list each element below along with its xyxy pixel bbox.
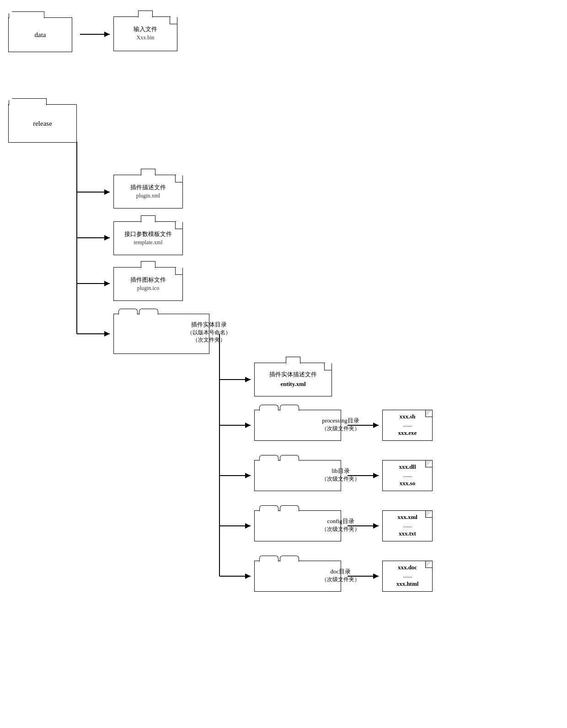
template-xml-title: 接口参数模板文件 <box>114 230 182 238</box>
processing-file-line2: ...... <box>383 421 432 428</box>
input-file-subtitle: Xxx.bin <box>114 34 177 41</box>
config-dir-line2: （次级文件夹） <box>298 525 384 533</box>
processing-dir-line2: （次级文件夹） <box>298 425 384 433</box>
processing-dir-line1: processing目录 <box>298 417 384 425</box>
processing-file-line3: xxx.exe <box>383 429 432 437</box>
plugin-xml-box: 插件描述文件 plugin.xml <box>113 175 183 209</box>
processing-dir-box: processing目录 （次级文件夹） <box>254 410 341 441</box>
template-xml-subtitle: template.xml <box>114 239 182 246</box>
entity-dir-box: 插件实体目录 （以版本号命名） （次文件夹） <box>113 314 209 354</box>
lib-dir-box: lib目录 （次级文件夹） <box>254 460 341 491</box>
template-xml-box: 接口参数模板文件 template.xml <box>113 221 183 255</box>
doc-dir-box: doc目录 （次级文件夹） <box>254 561 341 592</box>
doc-file-line3: xxx.html <box>383 580 432 588</box>
data-folder: data <box>8 17 72 52</box>
doc-files-box: xxx.doc ...... xxx.html <box>382 561 433 592</box>
processing-files-box: xxx.sh ...... xxx.exe <box>382 410 433 441</box>
plugin-xml-subtitle: plugin.xml <box>114 193 182 199</box>
plugin-xml-corner <box>175 175 182 182</box>
doc-file-line1: xxx.doc <box>383 564 432 571</box>
plugin-ico-box: 插件图标文件 plugin.ico <box>113 267 183 301</box>
input-file-title: 输入文件 <box>114 25 177 33</box>
entity-xml-subtitle: entity.xml <box>255 380 332 388</box>
config-dir-line1: config目录 <box>298 517 384 525</box>
lib-file-line3: xxx.so <box>383 480 432 487</box>
config-file-line2: ...... <box>383 522 432 529</box>
lib-files-box: xxx.dll ...... xxx.so <box>382 460 433 491</box>
data-folder-label: data <box>9 31 72 39</box>
lib-dir-line2: （次级文件夹） <box>298 475 384 483</box>
release-folder: release <box>8 104 77 143</box>
template-xml-corner <box>175 222 182 229</box>
doc-dir-line2: （次级文件夹） <box>298 576 384 583</box>
config-file-line3: xxx.txt <box>383 530 432 537</box>
doc-dir-line1: doc目录 <box>298 567 384 576</box>
input-file-box: 输入文件 Xxx.bin <box>113 16 177 51</box>
lib-file-line1: xxx.dll <box>383 463 432 471</box>
entity-xml-corner <box>324 363 332 370</box>
lib-file-line2: ...... <box>383 471 432 479</box>
plugin-ico-title: 插件图标文件 <box>114 276 182 284</box>
doc-file-line2: ...... <box>383 572 432 579</box>
config-files-box: xxx.xml ...... xxx.txt <box>382 510 433 541</box>
diagram: data 输入文件 Xxx.bin release 插件描述文件 plugin.… <box>0 0 567 728</box>
plugin-xml-title: 插件描述文件 <box>114 183 182 192</box>
entity-dir-line3: （次文件夹） <box>161 336 257 344</box>
input-file-corner <box>170 17 177 24</box>
processing-file-line1: xxx.sh <box>383 413 432 420</box>
release-folder-label: release <box>9 120 76 128</box>
lib-dir-line1: lib目录 <box>298 467 384 475</box>
entity-dir-line1: 插件实体目录 <box>161 321 257 329</box>
config-dir-box: config目录 （次级文件夹） <box>254 510 341 541</box>
entity-xml-title: 插件实体描述文件 <box>255 370 332 379</box>
entity-xml-box: 插件实体描述文件 entity.xml <box>254 363 332 396</box>
plugin-ico-subtitle: plugin.ico <box>114 285 182 292</box>
config-file-line1: xxx.xml <box>383 514 432 521</box>
plugin-ico-corner <box>175 268 182 275</box>
entity-dir-line2: （以版本号命名） <box>161 329 257 337</box>
